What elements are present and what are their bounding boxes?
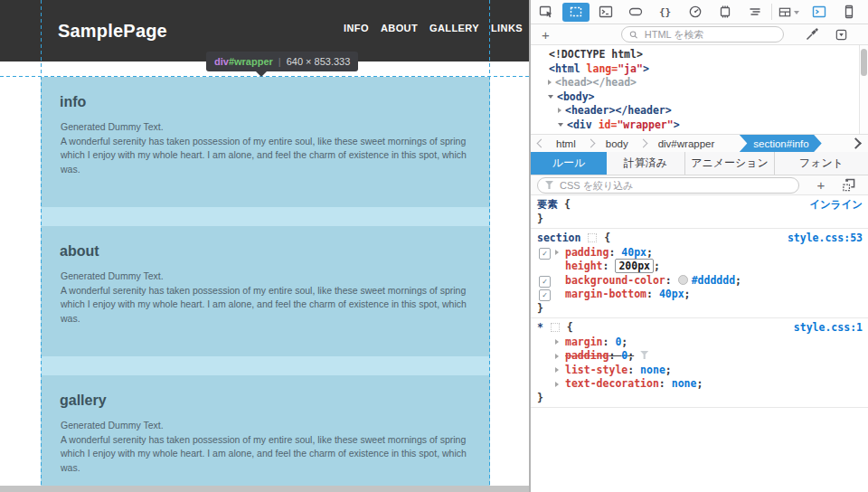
rule-badge-icon[interactable] [826, 23, 856, 46]
twisty-closed-icon[interactable] [558, 108, 561, 113]
breadcrumb-div-wrapper[interactable]: div#wrapper [646, 138, 727, 149]
section-gallery: gallery Generated Dummy Text. A wonderfu… [41, 375, 490, 486]
expand-twisty-icon[interactable] [555, 339, 559, 345]
rule-selector-line[interactable]: style.css:53section { [531, 232, 868, 246]
html-search-box[interactable] [621, 26, 784, 43]
breadcrumb-html[interactable]: html [544, 138, 588, 149]
style-editor-tab-icon[interactable]: {} [650, 0, 680, 24]
inspector-searchbar: + [531, 24, 868, 45]
declaration-line[interactable]: margin: 0; [531, 336, 868, 350]
tooltip-caret-icon [256, 71, 267, 77]
add-rule-icon[interactable]: + [807, 174, 835, 197]
declaration-line[interactable]: ✓padding: 40px; [531, 246, 868, 260]
expand-twisty-icon[interactable] [555, 382, 559, 387]
debugger-tab-icon[interactable] [620, 0, 650, 24]
console-tab-icon[interactable] [590, 0, 620, 24]
code-segment: 200px [615, 259, 654, 273]
funnel-icon [640, 351, 648, 359]
code-segment: : [665, 274, 678, 287]
declaration-line[interactable]: text-decoration: none; [531, 377, 868, 392]
toolbox-dock-icon[interactable] [774, 0, 804, 24]
responsive-design-mode-icon[interactable] [834, 0, 863, 24]
code-segment: none [672, 377, 697, 390]
markup-line[interactable]: <html lang="ja"> [531, 62, 859, 77]
code-segment: #dddddd [692, 274, 735, 287]
tab-computed[interactable]: 計算済み [607, 152, 685, 175]
twisty-open-icon[interactable] [558, 123, 563, 127]
markup-line[interactable]: <head></head> [531, 76, 859, 90]
eyedropper-icon[interactable] [797, 23, 826, 46]
site-nav: INFO ABOUT GALLERY LINKS [344, 23, 523, 33]
nav-link-info[interactable]: INFO [344, 23, 369, 33]
markup-scrollbar[interactable] [859, 45, 868, 134]
scrollbar-thumb[interactable] [861, 49, 867, 76]
breadcrumb-section-info-selected[interactable]: section#info [739, 135, 821, 153]
declaration-checkbox[interactable]: ✓ [539, 276, 551, 288]
declaration-line[interactable]: ✓background-color: #dddddd; [531, 274, 868, 289]
performance-tab-icon[interactable] [680, 0, 710, 24]
window-bottom-edge [0, 486, 529, 492]
declaration-checkbox[interactable]: ✓ [539, 289, 551, 301]
section-info: info Generated Dummy Text. A wonderful s… [41, 77, 490, 207]
css-rule: インライン要素 {} [531, 195, 868, 229]
element-picker-icon[interactable] [531, 0, 561, 24]
add-node-icon[interactable]: + [531, 23, 561, 46]
section-text: A wonderful serenity has taken possessio… [61, 284, 475, 326]
tooltip-dimensions: 640 × 853.333 [287, 56, 351, 67]
site-title: SamplePage [58, 21, 167, 42]
rule-selector-line[interactable]: style.css:1* { [531, 321, 868, 336]
code-segment: ; [684, 288, 691, 300]
html-search-input[interactable] [643, 28, 776, 41]
code-segment: <body> [557, 90, 595, 103]
tooltip-tag: div [214, 56, 229, 67]
code-segment: { [598, 232, 610, 244]
gear-icon [551, 323, 560, 332]
code-segment: "ja" [618, 62, 643, 75]
markup-line[interactable]: <header></header> [531, 104, 859, 118]
expand-twisty-icon[interactable] [555, 367, 559, 373]
stylesheet-link[interactable]: style.css:53 [788, 232, 863, 246]
memory-tab-icon[interactable] [710, 0, 740, 24]
declaration-line[interactable]: height: 200px; [531, 260, 868, 274]
declaration-line[interactable]: ✓margin-bottom: 40px; [531, 288, 868, 302]
plus-glyph: + [542, 27, 550, 43]
split-console-icon[interactable] [804, 0, 834, 24]
css-filter-box[interactable] [537, 177, 799, 194]
tab-fonts[interactable]: フォント [775, 152, 868, 175]
nav-link-about[interactable]: ABOUT [381, 23, 418, 33]
markup-line[interactable]: <body> [531, 90, 859, 105]
stylesheet-link[interactable]: インライン [809, 198, 863, 213]
code-segment: ; [627, 349, 634, 362]
nav-link-gallery[interactable]: GALLERY [429, 23, 479, 33]
twisty-closed-icon[interactable] [548, 80, 552, 85]
breadcrumb-body[interactable]: body [594, 138, 640, 149]
screenshot-root: SamplePage INFO ABOUT GALLERY LINKS info… [0, 0, 868, 492]
code-segment: none [640, 364, 665, 376]
tab-rules[interactable]: ルール [531, 152, 607, 175]
css-filter-input[interactable] [558, 179, 791, 192]
expand-twisty-icon[interactable] [555, 354, 559, 359]
nav-link-links[interactable]: LINKS [491, 23, 523, 33]
pseudo-class-panel-icon[interactable] [835, 174, 862, 197]
declaration-checkbox[interactable]: ✓ [539, 248, 551, 260]
devtools-toolbar: {} [531, 0, 868, 24]
tab-animations[interactable]: アニメーション [685, 152, 775, 175]
section-heading: about [41, 226, 490, 260]
expand-twisty-icon[interactable] [555, 250, 559, 255]
code-segment: padding [565, 246, 609, 259]
declaration-line[interactable]: list-style: none; [531, 364, 868, 378]
inspector-tab-icon[interactable] [561, 0, 590, 24]
breadcrumb-forward-icon[interactable] [850, 137, 862, 149]
markup-line[interactable]: <div id="wrapper"> [531, 118, 859, 133]
code-segment: ; [646, 246, 653, 259]
declaration-line[interactable]: padding: 0; [531, 349, 868, 364]
code-segment: padding [565, 349, 609, 362]
swatch-icon [678, 275, 688, 285]
stylesheet-link[interactable]: style.css:1 [794, 321, 863, 336]
code-segment: 40px [659, 288, 684, 300]
network-tab-icon[interactable] [740, 0, 769, 24]
code-segment: height [565, 260, 603, 272]
twisty-open-icon[interactable] [548, 95, 553, 99]
rule-selector-line[interactable]: インライン要素 { [531, 198, 868, 213]
markup-line[interactable]: <!DOCTYPE html> [531, 48, 859, 62]
